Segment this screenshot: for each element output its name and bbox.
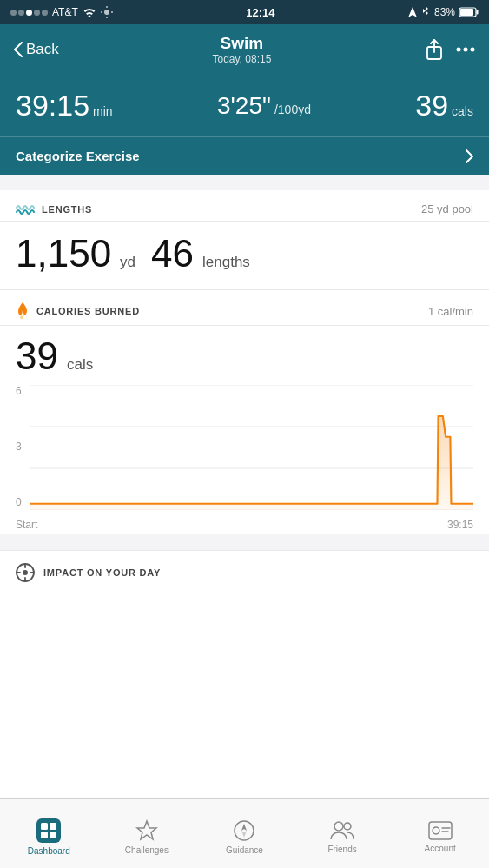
- pace-unit: /100yd: [274, 103, 311, 116]
- svg-point-10: [457, 48, 461, 52]
- more-icon[interactable]: [456, 46, 475, 53]
- svg-rect-24: [41, 823, 48, 830]
- nav-title-block: Swim Today, 08:15: [212, 34, 271, 65]
- svg-point-33: [344, 823, 351, 830]
- y-label-3: 3: [16, 441, 22, 453]
- duration-value: 39:15: [16, 89, 89, 123]
- calories-header-stat: 39 cals: [415, 89, 473, 123]
- status-right: 83%: [408, 6, 479, 18]
- battery-label: 83%: [434, 6, 455, 18]
- back-label: Back: [26, 41, 59, 58]
- dashboard-icon-box: [36, 818, 61, 843]
- calories-main: 39 cals: [16, 335, 473, 378]
- page-subtitle: Today, 08:15: [212, 53, 271, 65]
- lengths-title-row: LENGTHS: [16, 203, 92, 215]
- dot4: [34, 10, 40, 16]
- location-icon: [408, 7, 417, 17]
- flame-icon: [16, 302, 30, 320]
- nav-header: Back Swim Today, 08:15: [0, 24, 489, 76]
- tab-account[interactable]: Account: [391, 799, 489, 868]
- challenges-label: Challenges: [125, 845, 169, 855]
- account-label: Account: [425, 844, 456, 853]
- wave-icon: [16, 203, 35, 215]
- section-divider-3: [0, 534, 489, 550]
- svg-rect-27: [50, 832, 56, 838]
- svg-marker-30: [241, 824, 247, 831]
- brightness-icon: [101, 6, 113, 18]
- impact-icon: [16, 563, 35, 582]
- card-icon: [428, 821, 453, 840]
- grid-icon: [40, 822, 57, 839]
- categorize-label: Categorize Exercise: [16, 149, 140, 163]
- x-label-end: 39:15: [447, 519, 473, 531]
- tab-dashboard[interactable]: Dashboard: [0, 799, 98, 868]
- status-left: AT&T: [10, 6, 113, 18]
- page-title: Swim: [212, 34, 271, 53]
- lengths-header: LENGTHS 25 yd pool: [0, 190, 489, 222]
- svg-point-19: [23, 570, 28, 575]
- wifi-icon: [83, 7, 96, 17]
- stats-bar: 39:15 min 3'25" /100yd 39 cals: [0, 76, 489, 136]
- svg-point-11: [464, 48, 468, 52]
- chart-area: [30, 385, 473, 510]
- y-label-0: 0: [16, 496, 22, 508]
- lengths-label: LENGTHS: [42, 204, 92, 215]
- calories-main-value: 39: [16, 335, 58, 378]
- svg-rect-25: [50, 823, 56, 830]
- duration-unit: min: [93, 104, 113, 118]
- pool-size: 25 yd pool: [421, 202, 473, 215]
- back-button[interactable]: Back: [14, 41, 59, 58]
- lengths-values-row: 1,150 yd 46 lengths: [16, 232, 473, 275]
- guidance-label: Guidance: [226, 845, 263, 855]
- duration-stat: 39:15 min: [16, 89, 113, 123]
- status-bar: AT&T 12:14 83%: [0, 0, 489, 24]
- dot3: [26, 10, 32, 16]
- friends-label: Friends: [327, 845, 356, 854]
- dot5: [42, 10, 48, 16]
- lengths-count-row: 46 lengths: [151, 232, 250, 275]
- chevron-right-icon: [466, 149, 473, 163]
- svg-point-12: [471, 48, 475, 52]
- svg-point-35: [433, 827, 439, 834]
- calories-header-unit: cals: [452, 104, 473, 118]
- calories-rate: 1 cal/min: [428, 305, 473, 318]
- tab-challenges[interactable]: Challenges: [98, 799, 196, 868]
- calories-title-row: CALORIES BURNED: [16, 302, 140, 320]
- chevron-left-icon: [14, 42, 23, 57]
- tab-guidance[interactable]: Guidance: [195, 799, 294, 868]
- bluetooth-icon: [421, 6, 430, 18]
- svg-point-32: [334, 822, 343, 831]
- nav-actions: [425, 38, 475, 61]
- battery-icon: [459, 7, 479, 17]
- time-label: 12:14: [246, 6, 274, 19]
- pace-value: 3'25": [217, 92, 271, 120]
- calories-section: CALORIES BURNED 1 cal/min 39 cals 6 3 0: [0, 290, 489, 534]
- chart-svg: [30, 385, 473, 510]
- svg-marker-17: [30, 416, 473, 510]
- calories-value-row: 39 cals: [0, 326, 489, 378]
- pace-stat: 3'25" /100yd: [217, 92, 311, 120]
- share-icon[interactable]: [425, 38, 444, 61]
- compass-icon: [233, 819, 255, 842]
- svg-rect-8: [477, 10, 479, 15]
- categorize-row[interactable]: Categorize Exercise: [0, 136, 489, 175]
- svg-marker-31: [241, 831, 247, 838]
- impact-label: IMPACT ON YOUR DAY: [43, 567, 161, 578]
- y-label-6: 6: [16, 385, 22, 397]
- impact-section: IMPACT ON YOUR DAY: [0, 550, 489, 594]
- dot2: [18, 10, 24, 16]
- svg-rect-26: [41, 832, 48, 838]
- svg-rect-7: [460, 9, 473, 16]
- x-label-start: Start: [16, 519, 37, 531]
- tab-friends[interactable]: Friends: [294, 799, 392, 868]
- yards-unit: yd: [120, 254, 135, 271]
- lengths-value: 46: [151, 232, 194, 275]
- signal-dots: [10, 10, 48, 16]
- lengths-section: LENGTHS 25 yd pool 1,150 yd 46 lengths: [0, 190, 489, 289]
- chart-x-labels: Start 39:15: [16, 519, 473, 531]
- lengths-unit: lengths: [202, 254, 250, 271]
- carrier-label: AT&T: [52, 6, 78, 18]
- calories-label: CALORIES BURNED: [36, 306, 140, 316]
- calories-main-unit: cals: [67, 356, 93, 374]
- star-icon: [135, 819, 158, 842]
